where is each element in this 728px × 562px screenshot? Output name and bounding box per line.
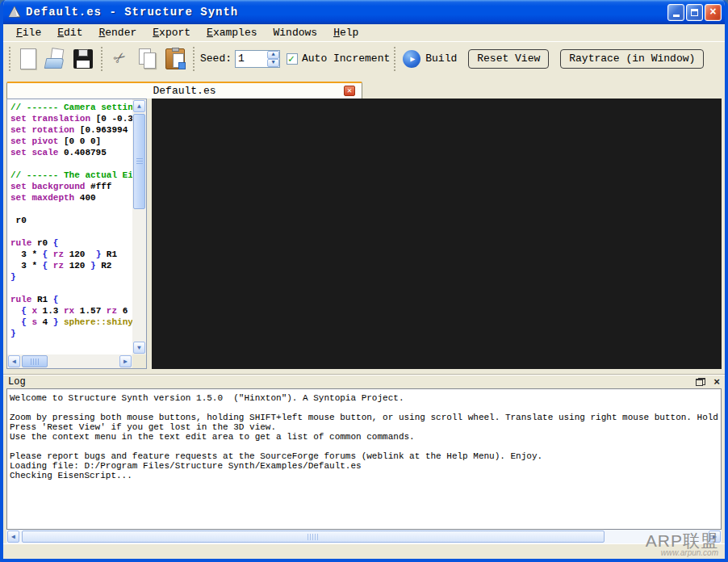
seed-spinbox[interactable]: ▲ ▼	[235, 50, 280, 68]
scroll-left-icon[interactable]: ◀	[8, 355, 20, 367]
toolbar-handle	[101, 47, 103, 71]
open-file-icon	[45, 48, 66, 69]
save-icon	[73, 49, 93, 69]
paste-icon	[165, 48, 185, 69]
editor-vscroll-thumb[interactable]	[133, 114, 145, 209]
auto-increment-checkbox[interactable]	[287, 53, 298, 65]
log-line: Use the context menu in the text edit ar…	[10, 432, 718, 442]
toolbar-handle	[9, 47, 10, 71]
seed-spin-down-icon[interactable]: ▼	[267, 59, 279, 67]
code-line: }	[10, 271, 132, 283]
log-line: Press 'Reset View' if you get lost in th…	[10, 422, 718, 432]
code-line: r0	[10, 215, 132, 226]
menu-item-edit[interactable]: Edit	[49, 26, 90, 40]
log-line: Checking EisenScript...	[10, 471, 718, 480]
maximize-icon	[691, 9, 698, 16]
code-line: set translation [0 -0.3	[10, 113, 132, 124]
log-panel-header[interactable]: Log ×	[3, 375, 725, 388]
log-line	[10, 403, 718, 413]
toolbar-gap	[3, 75, 725, 82]
raytrace-button[interactable]: Raytrace (in Window)	[560, 49, 704, 69]
save-file-button[interactable]	[69, 45, 97, 73]
log-line: Zoom by pressing both mouse buttons, hol…	[10, 413, 718, 422]
code-line	[10, 226, 132, 237]
toolbar-handle	[193, 47, 195, 71]
title-bar[interactable]: Default.es - Structure Synth ×	[3, 0, 725, 24]
close-button[interactable]: ×	[705, 4, 722, 21]
editor-vertical-scrollbar[interactable]: ▲ ▼	[132, 99, 146, 354]
code-line: set background #fff	[10, 181, 132, 192]
log-line	[10, 442, 718, 451]
code-line: 3 * { rz 120 } R1	[10, 249, 132, 260]
menu-item-file[interactable]: File	[8, 26, 49, 40]
minimize-icon	[673, 15, 680, 17]
code-line	[10, 158, 132, 170]
log-hscroll-thumb[interactable]	[22, 531, 605, 543]
seed-spin-up-icon[interactable]: ▲	[267, 51, 279, 59]
menu-item-windows[interactable]: Windows	[266, 26, 326, 40]
log-line: Welcome to Structure Synth version 1.5.0…	[10, 393, 718, 403]
tab-close-icon[interactable]: ✕	[344, 86, 355, 96]
paste-button[interactable]	[161, 45, 189, 73]
menu-item-render[interactable]: Render	[90, 26, 144, 40]
reset-view-button[interactable]: Reset View	[468, 49, 549, 69]
code-line: // ------ The actual Eisen	[10, 170, 132, 181]
menu-item-help[interactable]: Help	[325, 26, 366, 40]
code-line: set pivot [0 0 0]	[10, 136, 132, 147]
code-line	[10, 283, 132, 294]
copy-button[interactable]	[134, 45, 161, 73]
new-file-icon	[20, 48, 36, 69]
menu-item-examples[interactable]: Examples	[199, 26, 265, 40]
close-icon: ×	[709, 6, 716, 18]
app-icon	[8, 6, 22, 19]
log-output[interactable]: Welcome to Structure Synth version 1.5.0…	[6, 388, 722, 530]
open-file-button[interactable]	[42, 45, 69, 73]
code-line: }	[10, 328, 132, 339]
code-line: rule r0 {	[10, 237, 132, 249]
code-line: set maxdepth 400	[10, 192, 132, 203]
code-line: // ------ Camera settings.	[10, 102, 132, 113]
toolbar-handle	[394, 47, 395, 71]
scroll-up-icon[interactable]: ▲	[133, 100, 145, 112]
tab-bar: Default.es ✕	[3, 82, 725, 99]
log-close-icon[interactable]: ×	[713, 377, 720, 388]
build-label: Build	[425, 52, 457, 65]
log-horizontal-scrollbar[interactable]: ◀ ▶	[6, 530, 722, 543]
editor-scroll-corner	[132, 354, 146, 368]
code-line	[10, 203, 132, 215]
scroll-down-icon[interactable]: ▼	[133, 342, 145, 354]
menu-item-export[interactable]: Export	[144, 26, 199, 40]
log-title: Log	[8, 376, 26, 388]
maximize-button[interactable]	[686, 4, 703, 21]
code-line: { x 1.3 rx 1.57 rz 6 r	[10, 305, 132, 317]
toolbar: ✂ Seed: ▲ ▼ Auto Increment ▶ Build Reset…	[3, 41, 725, 75]
opengl-3d-view[interactable]	[152, 99, 722, 369]
log-line: Please report bugs and feature requests …	[10, 451, 718, 461]
status-bar	[3, 543, 725, 559]
log-line: Loading file: D:/Program Files/Structure…	[10, 461, 718, 471]
scroll-left-icon[interactable]: ◀	[7, 531, 19, 543]
cut-button[interactable]: ✂	[107, 45, 134, 73]
seed-input[interactable]	[236, 51, 267, 67]
code-line: rule R1 {	[10, 294, 132, 305]
copy-icon	[137, 48, 158, 69]
tab-default-es[interactable]: Default.es ✕	[6, 82, 362, 99]
log-float-icon[interactable]	[696, 378, 705, 386]
minimize-button[interactable]	[667, 4, 684, 21]
app-window: Default.es - Structure Synth × FileEditR…	[0, 0, 728, 562]
auto-increment-label: Auto Increment	[302, 52, 390, 65]
code-line: { s 4 } sphere::shiny	[10, 317, 132, 328]
menu-bar: FileEditRenderExportExamplesWindowsHelp	[3, 24, 725, 41]
new-file-button[interactable]	[15, 45, 42, 73]
editor-horizontal-scrollbar[interactable]: ◀ ▶	[7, 354, 132, 368]
build-button[interactable]: ▶ Build	[403, 50, 457, 68]
editor-hscroll-thumb[interactable]	[22, 355, 48, 367]
log-splitter[interactable]	[3, 369, 725, 375]
code-line: set scale 0.408795	[10, 147, 132, 158]
scroll-right-icon[interactable]: ▶	[119, 355, 132, 367]
code-line: 3 * { rz 120 } R2	[10, 260, 132, 271]
code-line: set rotation [0.963994 0	[10, 124, 132, 136]
code-text-area[interactable]: // ------ Camera settings.set translatio…	[7, 99, 132, 354]
seed-label: Seed:	[200, 52, 232, 65]
scroll-right-icon[interactable]: ▶	[709, 531, 721, 543]
